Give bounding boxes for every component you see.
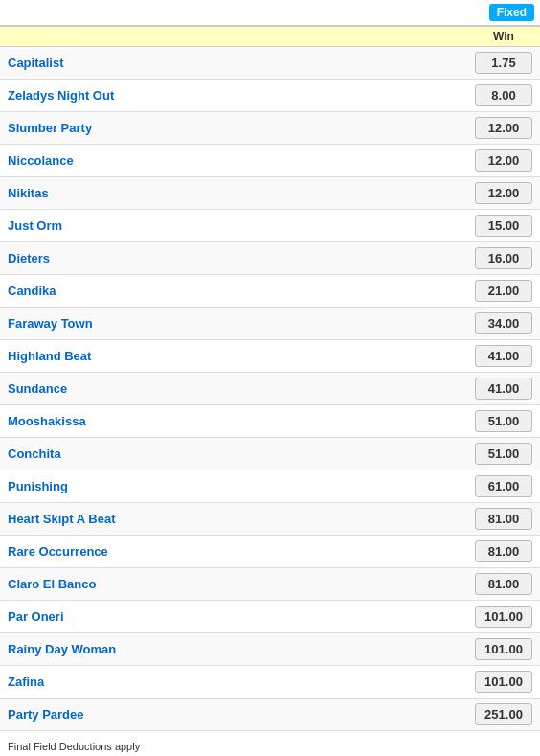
runners-list: Capitalist1.75Zeladys Night Out8.00Slumb… [0,47,540,731]
footer: Final Field Deductions apply Each Way Te… [0,731,540,756]
runner-row: Just Orm15.00 [0,210,540,242]
odds-box[interactable]: 34.00 [475,312,532,334]
runner-row: Par Oneri101.00 [0,601,540,633]
odds-box[interactable]: 41.00 [475,345,532,367]
runner-name: Just Orm [8,218,475,233]
odds-box[interactable]: 61.00 [475,475,532,497]
runner-name: Rare Occurrence [8,544,475,559]
odds-box[interactable]: 101.00 [475,606,532,628]
footer-line1: Final Field Deductions apply [8,739,532,756]
runner-row: Niccolance12.00 [0,145,540,177]
runner-name: Zafina [8,675,475,689]
runner-row: Conchita51.00 [0,438,540,470]
runner-row: Zeladys Night Out8.00 [0,80,540,112]
odds-box[interactable]: 101.00 [475,671,532,693]
runner-name: Nikitas [8,186,475,200]
odds-box[interactable]: 21.00 [475,280,532,302]
win-column-header: Win [475,30,532,43]
runner-row: Candika21.00 [0,275,540,308]
runner-name: Mooshakissa [8,414,475,428]
runner-name: Sundance [8,381,475,396]
fixed-badge: Fixed [489,4,534,21]
runner-name: Slumber Party [8,121,475,135]
runner-row: Nikitas12.00 [0,177,540,210]
runner-name: Dieters [8,251,475,265]
runner-name: Rainy Day Woman [8,642,475,656]
runner-row: Dieters16.00 [0,242,540,275]
odds-box[interactable]: 41.00 [475,378,532,400]
runner-name: Conchita [8,447,475,461]
runner-name: Faraway Town [8,316,475,331]
odds-box[interactable]: 15.00 [475,215,532,237]
runner-row: Heart Skipt A Beat81.00 [0,503,540,536]
odds-box[interactable]: 12.00 [475,117,532,139]
odds-box[interactable]: 12.00 [475,182,532,204]
odds-box[interactable]: 81.00 [475,540,532,562]
runner-name: Party Pardee [8,707,475,722]
runner-row: Slumber Party12.00 [0,112,540,145]
odds-box[interactable]: 12.00 [475,149,532,172]
odds-box[interactable]: 51.00 [475,410,532,432]
runner-name: Heart Skipt A Beat [8,512,475,526]
runner-name: Par Oneri [8,609,475,624]
runner-row: Punishing61.00 [0,470,540,503]
runner-name: Zeladys Night Out [8,88,475,103]
runner-row: Zafina101.00 [0,666,540,699]
odds-box[interactable]: 8.00 [475,84,532,106]
odds-box[interactable]: 51.00 [475,443,532,465]
runner-name: Punishing [8,479,475,493]
odds-box[interactable]: 1.75 [475,52,532,74]
runner-row: Claro El Banco81.00 [0,568,540,601]
runner-row: Faraway Town34.00 [0,308,540,340]
runner-row: Sundance41.00 [0,373,540,405]
runner-name: Claro El Banco [8,577,475,591]
odds-box[interactable]: 16.00 [475,247,532,269]
runner-row: Party Pardee251.00 [0,699,540,731]
runner-row: Rainy Day Woman101.00 [0,633,540,666]
odds-box[interactable]: 81.00 [475,573,532,595]
col-header-row: Win [0,27,540,47]
runner-name: Candika [8,284,475,298]
runner-row: Capitalist1.75 [0,47,540,80]
runner-name: Highland Beat [8,349,475,363]
runner-row: Rare Occurrence81.00 [0,536,540,568]
runner-name: Niccolance [8,153,475,168]
odds-box[interactable]: 101.00 [475,638,532,660]
runner-name: Capitalist [8,56,475,70]
runner-row: Mooshakissa51.00 [0,405,540,438]
header-row: Fixed [0,0,540,27]
runner-row: Highland Beat41.00 [0,340,540,373]
odds-box[interactable]: 251.00 [475,703,532,725]
odds-box[interactable]: 81.00 [475,508,532,530]
